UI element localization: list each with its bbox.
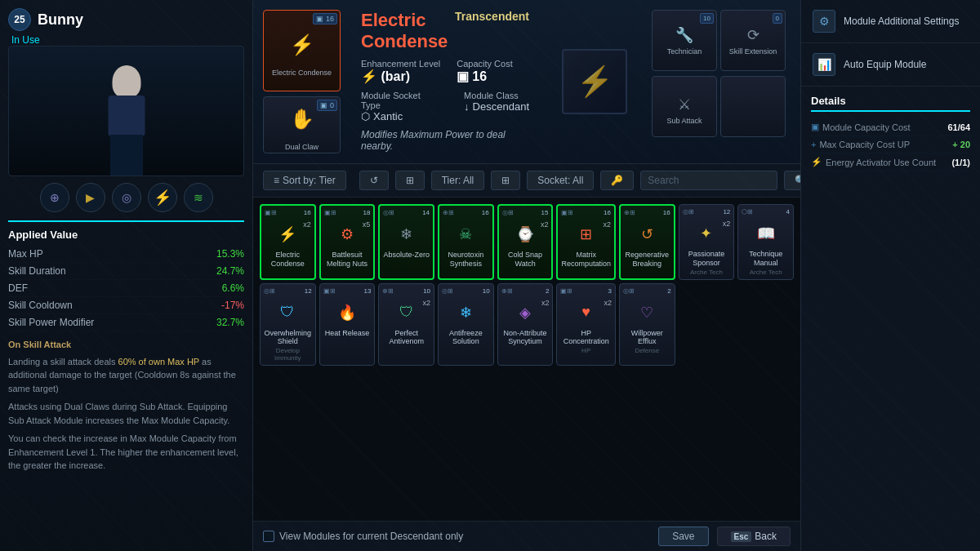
card-count-14: x2 [541,299,550,307]
module-class-item: Module Class ↓ Descendant [464,91,529,122]
card-icon-4: ☠ [451,220,480,249]
checkbox[interactable] [263,531,274,542]
module-settings-btn[interactable]: ⚙ Module Additional Settings [801,0,980,43]
sort-label: Sort by: Tier [283,175,336,186]
module-card-antivenom[interactable]: ⊕⊞ 10 🛡 Perfect Antivenom x2 [378,283,434,367]
slot-skill-extension[interactable]: 0 ⟳ Skill Extension [720,10,786,71]
card-badge-row-1: ▣⊞ 16 [265,209,311,216]
card-icons-13: ◎⊞ [442,287,453,295]
module-card-neurotoxin[interactable]: ⊕⊞ 16 ☠ Neurotoxin Synthesis [438,204,494,280]
slot-name-1: Electric Condense [272,69,332,77]
card-icon-10: 🛡 [273,298,302,327]
card-icon-12: 🛡 [392,298,421,327]
module-card-passionate[interactable]: ◎⊞ 12 ✦ Passionate Sponsor Arche Tech x2 [679,204,735,280]
back-button[interactable]: Esc Back [717,527,791,546]
card-icon-3: ❄ [392,220,421,249]
module-card-syncytium[interactable]: ⊕⊞ 2 ◈ Non-Attribute Syncytium x2 [497,283,554,367]
card-name-11: Heat Release [325,329,370,338]
card-icons-5: ◎⊞ [502,209,514,216]
card-icons-8: ◎⊞ [683,208,694,216]
save-button[interactable]: Save [658,527,708,546]
module-grid-container[interactable]: ▣⊞ 16 ⚡ Electric Condense x2 ▣⊞ 18 ⚙ Bat… [253,198,800,521]
card-num-16: 2 [667,287,670,295]
card-count-1: x2 [303,220,311,229]
stat-def-value: 6.6% [222,282,244,294]
search-input[interactable] [648,175,770,186]
module-title: Electric Condense [361,10,455,52]
module-card-hp-conc[interactable]: ▣⊞ 3 ♥ HP Concentration HP x2 [556,283,616,367]
card-name-6: Matrix Recomputation [561,251,611,269]
char-torso [108,96,145,136]
key-icon: 🔑 [611,175,623,186]
module-card-technique[interactable]: ⬡⊞ 4 📖 Technique Manual Arche Tech [737,204,794,280]
activator-icon: ⚡ [811,157,822,167]
skill-icon-5[interactable]: ≋ [184,183,213,212]
card-icon-2: ⚙ [332,220,362,249]
card-badge-row-13: ◎⊞ 10 [442,287,490,295]
card-tag-8: Arche Tech [690,269,723,276]
technician-icon: 🔧 [675,26,693,44]
sort-btn[interactable]: ≡ Sort by: Tier [263,171,346,190]
card-icons-10: ◎⊞ [264,287,275,295]
module-grid: ▣⊞ 16 ⚡ Electric Condense x2 ▣⊞ 18 ⚙ Bat… [260,204,794,366]
module-card-heat-release[interactable]: ▣⊞ 13 🔥 Heat Release [319,283,376,367]
module-card-absolute-zero[interactable]: ◎⊞ 14 ❄ Absolute-Zero [378,204,434,280]
card-num-5: 15 [541,209,549,216]
slot-empty[interactable] [720,76,786,137]
selected-module-slots: ▣ 16 ⚡ Electric Condense ▣ 0 ✋ Dual Claw [263,10,345,153]
skill-icon-2[interactable]: ▶ [76,183,105,212]
equip-label: Auto Equip Module [844,59,926,70]
card-icons-1: ▣⊞ [265,209,277,216]
skill-icon-3[interactable]: ◎ [112,183,141,212]
right-module-slots: 10 🔧 Technician 0 ⟳ Skill Extension ⚔ Su… [652,10,791,153]
module-card-shield[interactable]: ◎⊞ 12 🛡 Overwhelming Shield Develop Immu… [260,283,316,367]
slot-electric-condense[interactable]: ▣ 16 ⚡ Electric Condense [263,10,341,91]
slot-technician-badge: 10 [700,13,714,24]
module-tier: Transcendent [455,10,529,23]
card-name-9: Technique Manual [742,250,790,268]
card-num-15: 3 [608,287,612,295]
layers-icon-2: ⊞ [501,175,510,186]
module-card-melting[interactable]: ▣⊞ 18 ⚙ Battlesuit Melting Nuts x5 [319,204,376,280]
layers-btn[interactable]: ⊞ [395,171,425,190]
module-card-cold-snap[interactable]: ◎⊞ 15 ⌚ Cold Snap Watch x2 [497,204,554,280]
module-card-electric-condense[interactable]: ▣⊞ 16 ⚡ Electric Condense x2 [260,204,316,280]
card-icon-1: ⚡ [273,220,302,249]
slot-technician[interactable]: 10 🔧 Technician [652,10,717,71]
card-count-2: x5 [363,220,371,229]
slot-dual-claw[interactable]: ▣ 0 ✋ Dual Claw [263,96,341,153]
card-name-12: Perfect Antivenom [382,329,430,347]
tier-btn[interactable]: Tier: All [431,171,485,190]
auto-equip-btn[interactable]: 📊 Auto Equip Module [801,43,980,87]
stat-cooldown-value: -17% [221,300,244,311]
socket-btn[interactable]: Socket: All [527,171,594,190]
refresh-btn[interactable]: ↺ [359,171,389,190]
card-icons-2: ▣⊞ [324,209,336,216]
card-icon-13: ❄ [451,298,480,327]
detail-capacity-label: ▣ Module Capacity Cost [811,122,911,132]
skill-icon-1[interactable]: ⊕ [40,183,69,212]
card-name-1: Electric Condense [265,251,311,269]
module-card-regenerative[interactable]: ⊕⊞ 16 ↺ Regenerative Breaking [619,204,675,280]
card-tag-16: Defense [635,347,659,354]
detail-activator-label: ⚡ Energy Activator Use Count [811,157,936,167]
module-card-matrix[interactable]: ▣⊞ 16 ⊞ Matrix Recomputation x2 [556,204,616,280]
desc-para-1: Landing a skill attack deals 60% of own … [8,355,244,396]
module-pair-1: 10 🔧 Technician 0 ⟳ Skill Extension [652,10,791,71]
slot-sub-attack[interactable]: ⚔ Sub Attack [652,76,717,137]
slot-name-2: Dual Claw [285,143,318,151]
card-num-8: 12 [723,208,730,216]
card-num-14: 2 [546,287,549,295]
key-btn[interactable]: 🔑 [600,171,634,190]
layers-btn-2[interactable]: ⊞ [491,171,520,190]
skill-icon-4[interactable]: ⚡ [148,183,177,212]
enhancement-value: ⚡ (bar) [361,69,440,84]
module-card-antifreeze[interactable]: ◎⊞ 10 ❄ Antifreeze Solution [438,283,494,367]
max-capacity-icon: + [811,140,816,149]
stat-power-modifier-name: Skill Power Modifier [8,317,94,328]
search-btn[interactable]: 🔍 [784,171,800,190]
view-descendant-checkbox[interactable]: View Modules for current Descendant only [263,531,463,542]
module-card-willpower[interactable]: ◎⊞ 2 ♡ Willpower Efflux Defense [619,283,675,367]
card-icons-15: ▣⊞ [560,287,572,295]
stat-power-modifier-value: 32.7% [216,317,244,328]
